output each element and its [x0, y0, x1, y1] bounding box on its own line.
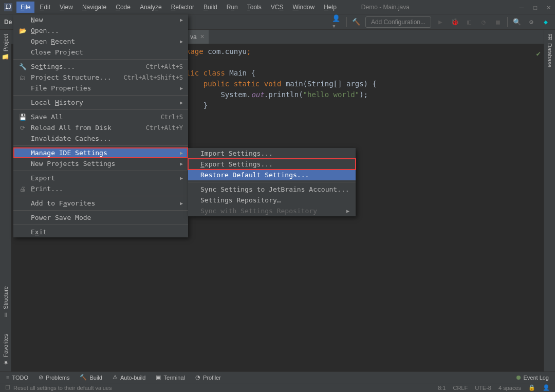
- submenu-item-import[interactable]: Import Settings...: [188, 148, 356, 159]
- sidebar-tab-project[interactable]: 📁Project: [2, 34, 9, 61]
- menu-item-add-favorites[interactable]: Add to Favorites▶: [13, 198, 188, 209]
- menu-run[interactable]: Run: [223, 2, 242, 13]
- menu-build[interactable]: Build: [199, 2, 221, 13]
- menu-analyze[interactable]: Analyze: [136, 2, 166, 13]
- print-icon: 🖨: [18, 185, 27, 193]
- menu-item-settings[interactable]: 🔧Settings...Ctrl+Alt+S: [13, 61, 188, 72]
- structure-icon: 🗂: [18, 74, 27, 81]
- separator: [13, 95, 188, 96]
- sidebar-tab-favorites[interactable]: ★Favorites: [3, 334, 9, 366]
- file-menu-dropdown: New▶ 📂Open... Open Recent▶ Close Project…: [13, 14, 188, 237]
- menu-item-exit[interactable]: Exit: [13, 227, 188, 237]
- submenu-item-settings-repo[interactable]: Settings Repository…: [188, 195, 356, 206]
- manage-ide-submenu: Import Settings... Export Settings... Re…: [188, 148, 356, 216]
- jetbrains-icon[interactable]: ◆: [541, 17, 551, 27]
- submenu-arrow-icon: ▶: [180, 39, 183, 44]
- submenu-item-sync-jetbrains[interactable]: Sync Settings to JetBrains Account...: [188, 184, 356, 195]
- sidebar-tab-structure[interactable]: ⫴Structure: [3, 286, 9, 319]
- profile-icon[interactable]: ◔: [478, 17, 489, 27]
- menu-item-save-all[interactable]: 💾Save AllCtrl+S: [13, 111, 188, 122]
- lock-icon[interactable]: 🔒: [528, 384, 535, 391]
- bottom-tab-profiler[interactable]: ◔Profiler: [195, 374, 221, 381]
- menu-tools[interactable]: Tools: [243, 2, 266, 13]
- menu-item-open-recent[interactable]: Open Recent▶: [13, 36, 188, 47]
- status-encoding[interactable]: UTE-8: [475, 385, 491, 391]
- bottom-tab-auto-build[interactable]: ⚠Auto-build: [113, 374, 146, 381]
- tab-label: va: [190, 33, 197, 41]
- checkmark-icon[interactable]: ✔: [536, 48, 541, 59]
- menu-item-close-project[interactable]: Close Project: [13, 47, 188, 58]
- menu-vcs[interactable]: VCS: [267, 2, 288, 13]
- list-icon: ≡: [6, 375, 9, 381]
- app-icon: IJ: [4, 3, 12, 11]
- menu-item-open[interactable]: 📂Open...: [13, 25, 188, 36]
- menu-navigate[interactable]: Navigate: [78, 2, 110, 13]
- separator: [13, 145, 188, 146]
- menu-item-new[interactable]: New▶: [13, 14, 188, 25]
- reload-icon: ⟳: [18, 124, 27, 132]
- menu-item-export[interactable]: Export▶: [13, 173, 188, 183]
- file-tab-main[interactable]: va ✕: [186, 30, 209, 44]
- menu-item-project-structure[interactable]: 🗂Project Structure...Ctrl+Alt+Shift+S: [13, 72, 188, 83]
- terminal-icon: ▣: [156, 374, 161, 381]
- close-icon[interactable]: ✕: [547, 3, 551, 11]
- star-icon: ★: [3, 359, 8, 366]
- menu-item-local-history[interactable]: Local History▶: [13, 97, 188, 108]
- stop-icon[interactable]: ■: [493, 17, 503, 27]
- menu-item-new-projects-settings[interactable]: New Projects Settings▶: [13, 158, 188, 169]
- coverage-icon[interactable]: ◧: [464, 17, 474, 27]
- bottom-tab-terminal[interactable]: ▣Terminal: [156, 374, 185, 381]
- menu-help[interactable]: Help: [320, 2, 341, 13]
- shortcut: Ctrl+Alt+Shift+S: [123, 74, 183, 81]
- menu-file[interactable]: File: [16, 2, 34, 13]
- menu-item-reload[interactable]: ⟳Reload All from DiskCtrl+Alt+Y: [13, 122, 188, 133]
- submenu-arrow-icon: ▶: [180, 161, 183, 166]
- database-icon: 🗄: [547, 34, 553, 41]
- minimize-icon[interactable]: —: [520, 3, 524, 11]
- inspector-icon[interactable]: 👤: [543, 384, 550, 391]
- bottom-tab-todo[interactable]: ≡TODO: [6, 375, 28, 381]
- menu-item-manage-ide-settings[interactable]: Manage IDE Settings▶: [13, 147, 188, 158]
- status-line-sep[interactable]: CRLF: [453, 385, 468, 391]
- menu-refactor[interactable]: Refactor: [167, 2, 198, 13]
- submenu-arrow-icon: ▶: [180, 85, 183, 91]
- bottom-tab-event-log[interactable]: Event Log: [516, 375, 549, 381]
- shortcut: Ctrl+Alt+Y: [146, 124, 183, 132]
- settings-icon[interactable]: ⚙: [526, 17, 536, 27]
- structure-icon: ⫴: [4, 311, 7, 319]
- hint-icon: ☐: [5, 384, 10, 391]
- search-icon[interactable]: 🔍: [512, 17, 522, 27]
- window-controls: — ☐ ✕: [520, 3, 551, 11]
- separator: [13, 210, 188, 211]
- divider: [507, 17, 508, 27]
- maximize-icon[interactable]: ☐: [533, 3, 537, 11]
- bottom-tab-problems[interactable]: ⊘Problems: [39, 374, 69, 381]
- menu-window[interactable]: Window: [288, 2, 319, 13]
- menu-code[interactable]: Code: [112, 2, 135, 13]
- menu-view[interactable]: View: [55, 2, 77, 13]
- bottom-tab-build[interactable]: 🔨Build: [80, 374, 102, 381]
- user-icon[interactable]: 👤▾: [332, 17, 342, 27]
- breadcrumb-project[interactable]: De: [4, 18, 12, 26]
- submenu-arrow-icon: ▶: [180, 200, 183, 206]
- warning-icon: ⚠: [113, 374, 118, 381]
- status-indent[interactable]: 4 spaces: [498, 385, 521, 391]
- tab-close-icon[interactable]: ✕: [200, 33, 205, 40]
- menu-item-file-properties[interactable]: File Properties▶: [13, 83, 188, 94]
- menu-edit[interactable]: Edit: [35, 2, 54, 13]
- profiler-icon: ◔: [195, 374, 200, 381]
- debug-icon[interactable]: 🐞: [450, 17, 460, 27]
- run-icon[interactable]: ▶: [435, 17, 446, 27]
- hammer-icon[interactable]: 🔨: [351, 17, 361, 27]
- status-position[interactable]: 8:1: [438, 385, 446, 391]
- shortcut: Ctrl+S: [161, 114, 183, 121]
- submenu-item-export[interactable]: Export Settings...: [188, 159, 356, 170]
- submenu-arrow-icon: ▶: [180, 175, 183, 181]
- menu-item-invalidate[interactable]: Invalidate Caches...: [13, 133, 188, 144]
- folder-icon: 📂: [18, 27, 27, 34]
- add-configuration-button[interactable]: Add Configuration...: [365, 16, 431, 28]
- sidebar-tab-database[interactable]: 🗄Database: [547, 34, 553, 67]
- submenu-item-restore[interactable]: Restore Default Settings...: [188, 170, 356, 180]
- menu-item-print[interactable]: 🖨Print...: [13, 183, 188, 194]
- menu-item-power-save[interactable]: Power Save Mode: [13, 212, 188, 223]
